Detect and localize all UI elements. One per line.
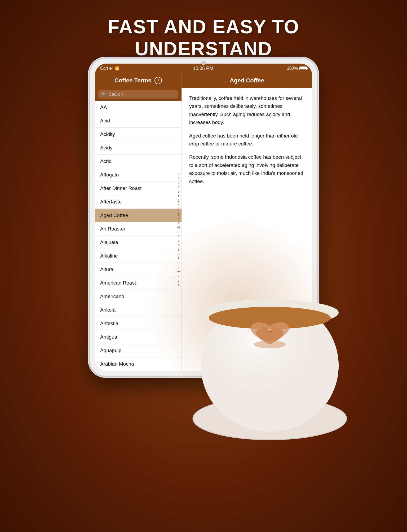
alpha-r[interactable]: r — [177, 247, 180, 252]
alpha-d[interactable]: d — [177, 185, 180, 189]
alpha-u[interactable]: u — [177, 261, 180, 265]
alpha-n[interactable]: n — [177, 229, 180, 234]
list-item-americano[interactable]: Americano — [95, 290, 182, 303]
alpha-j[interactable]: j — [177, 212, 180, 216]
list-item-alkaline[interactable]: Alkaline — [95, 249, 182, 263]
list-item-antestia[interactable]: Antestia — [95, 317, 182, 330]
list-item-aged-coffee[interactable]: Aged Coffee — [95, 209, 182, 222]
search-placeholder: Search — [109, 92, 123, 97]
hero-line2: UNDERSTAND — [135, 38, 272, 59]
carrier-label: Carrier — [100, 66, 113, 71]
nav-detail-title: Aged Coffee — [230, 77, 264, 84]
list-item-arabian-mocha[interactable]: Arabian Mocha — [95, 357, 182, 371]
search-input-wrapper[interactable]: 🔍 Search — [98, 90, 178, 99]
alpha-s[interactable]: s — [177, 252, 180, 256]
alpha-f[interactable]: f — [177, 194, 180, 198]
list-item-acid[interactable]: Acid — [95, 114, 182, 128]
alpha-v[interactable]: v — [177, 265, 180, 269]
detail-paragraph: Recently, some Indonesia coffee has been… — [189, 153, 305, 185]
wifi-icon: 📶 — [115, 66, 119, 70]
list-item-altura[interactable]: Altura — [95, 263, 182, 276]
camera-dot — [201, 61, 206, 65]
detail-paragraph: Traditionally, coffee held in warehouses… — [189, 94, 305, 127]
list-item-air-roaster[interactable]: Air Roaster — [95, 222, 182, 236]
list-item-aftertaste[interactable]: Aftertaste — [95, 195, 182, 209]
alpha-w[interactable]: w — [177, 269, 180, 274]
alpha-m[interactable]: m — [177, 225, 180, 229]
coffee-cup-area — [188, 281, 352, 445]
hero-line1: FAST AND EASY TO — [108, 16, 299, 37]
list-item-alajuela[interactable]: Alajuela — [95, 236, 182, 249]
nav-right-panel: Aged Coffee — [182, 73, 312, 88]
alpha-b[interactable]: b — [177, 176, 180, 180]
nav-left-panel: Coffee Terms i — [95, 73, 182, 88]
status-time: 10:06 PM — [193, 66, 213, 71]
alpha-o[interactable]: o — [177, 234, 180, 238]
alpha-e[interactable]: e — [177, 189, 180, 194]
status-left: Carrier 📶 — [100, 66, 119, 71]
search-bar: 🔍 Search — [95, 88, 182, 101]
list-item-after-dinner-roast[interactable]: After Dinner Roast — [95, 182, 182, 195]
detail-paragraph: Aged coffee has been held longer than ei… — [189, 132, 305, 148]
nav-list-title: Coffee Terms — [114, 77, 151, 84]
search-icon: 🔍 — [101, 92, 107, 97]
list-item-aa[interactable]: AA — [95, 101, 182, 114]
list-item-acrid[interactable]: Acrid — [95, 155, 182, 168]
list-item-affogato[interactable]: Affogato — [95, 168, 182, 182]
list-item-ankola[interactable]: Ankola — [95, 303, 182, 317]
alpha-p[interactable]: p — [177, 238, 180, 243]
alpha-g[interactable]: g — [177, 198, 180, 203]
list-item-aquapulp[interactable]: Aquapulp — [95, 344, 182, 357]
alpha-x[interactable]: x — [177, 274, 180, 278]
alpha-a[interactable]: a — [177, 172, 180, 176]
status-right: 100% — [287, 66, 307, 71]
info-button[interactable]: i — [154, 77, 162, 84]
list-item-american-roast[interactable]: American Roast — [95, 276, 182, 290]
battery-percent: 100% — [287, 66, 298, 71]
alpha-k[interactable]: k — [177, 216, 180, 221]
navigation-bar: Coffee Terms i Aged Coffee — [95, 73, 312, 88]
battery-fill — [300, 67, 306, 69]
alpha-y[interactable]: y — [177, 278, 180, 283]
alpha-q[interactable]: q — [177, 243, 180, 247]
svg-point-5 — [254, 340, 286, 348]
list-item-acidy[interactable]: Acidy — [95, 141, 182, 155]
alpha-t[interactable]: t — [177, 256, 180, 261]
device-wrapper: Carrier 📶 10:06 PM 100% Coffee Terms i — [76, 58, 331, 429]
terms-list: AAAcidAcidityAcidyAcridAffogatoAfter Din… — [95, 101, 182, 371]
alphabet-index: abcdefghijklmnopqrstuvwxyz — [177, 172, 180, 287]
alpha-c[interactable]: c — [177, 180, 180, 185]
battery-icon — [299, 66, 307, 70]
alpha-z[interactable]: z — [177, 283, 180, 287]
alpha-h[interactable]: h — [177, 203, 180, 207]
list-item-acidity[interactable]: Acidity — [95, 128, 182, 141]
list-item-antigua[interactable]: Antigua — [95, 330, 182, 344]
list-panel: 🔍 Search AAAcidAcidityAcidyAcridAffogato… — [95, 88, 182, 371]
svg-point-4 — [209, 307, 331, 329]
alpha-l[interactable]: l — [177, 220, 180, 225]
alpha-i[interactable]: i — [177, 207, 180, 212]
